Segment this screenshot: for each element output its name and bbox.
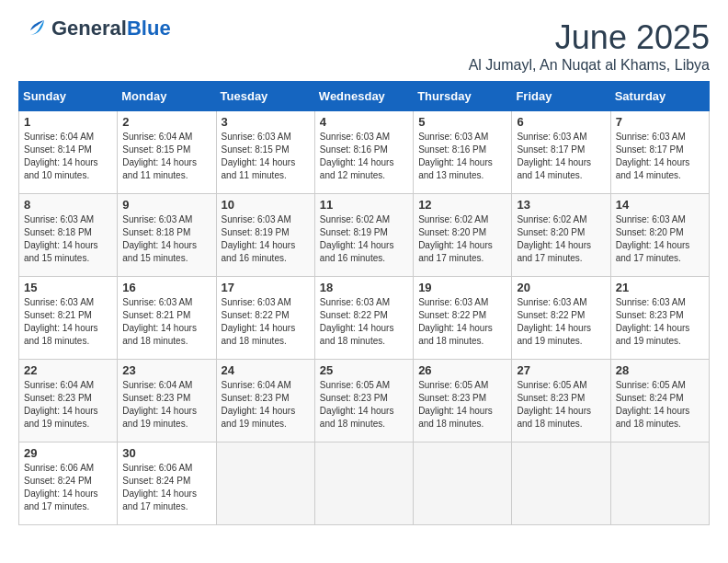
day-number: 17 [222,281,310,294]
day-number: 10 [222,198,310,212]
day-info: Sunrise: 6:02 AM Sunset: 8:20 PM Dayligh… [418,213,506,265]
table-row: 30 Sunrise: 6:06 AM Sunset: 8:24 PM Dayl… [118,442,216,525]
day-number: 18 [320,281,408,294]
table-row [314,442,413,525]
day-info: Sunrise: 6:04 AM Sunset: 8:15 PM Dayligh… [122,131,210,182]
day-info: Sunrise: 6:03 AM Sunset: 8:22 PM Dayligh… [320,296,408,348]
day-number: 8 [24,198,112,212]
day-number: 7 [616,115,704,129]
day-info: Sunrise: 6:03 AM Sunset: 8:18 PM Dayligh… [24,213,112,265]
table-row [512,442,610,525]
day-info: Sunrise: 6:03 AM Sunset: 8:22 PM Dayligh… [418,296,506,348]
col-wednesday: Wednesday [314,82,413,111]
day-info: Sunrise: 6:03 AM Sunset: 8:18 PM Dayligh… [122,213,210,265]
day-number: 6 [517,115,605,129]
table-row: 23 Sunrise: 6:04 AM Sunset: 8:23 PM Dayl… [118,360,216,442]
day-info: Sunrise: 6:03 AM Sunset: 8:20 PM Dayligh… [616,213,704,265]
table-row: 22 Sunrise: 6:04 AM Sunset: 8:23 PM Dayl… [19,360,118,442]
day-info: Sunrise: 6:05 AM Sunset: 8:23 PM Dayligh… [418,379,506,431]
day-info: Sunrise: 6:03 AM Sunset: 8:17 PM Dayligh… [517,131,605,182]
title-area: June 2025 Al Jumayl, An Nuqat al Khams, … [469,18,710,74]
calendar-week-row: 29 Sunrise: 6:06 AM Sunset: 8:24 PM Dayl… [19,442,710,525]
day-info: Sunrise: 6:06 AM Sunset: 8:24 PM Dayligh… [24,462,112,513]
calendar-week-row: 22 Sunrise: 6:04 AM Sunset: 8:23 PM Dayl… [19,360,710,442]
day-number: 19 [418,281,506,294]
day-number: 23 [122,363,210,377]
day-number: 27 [517,363,605,377]
col-tuesday: Tuesday [216,82,314,111]
day-info: Sunrise: 6:05 AM Sunset: 8:23 PM Dayligh… [320,379,408,431]
day-info: Sunrise: 6:03 AM Sunset: 8:16 PM Dayligh… [320,131,408,182]
table-row: 25 Sunrise: 6:05 AM Sunset: 8:23 PM Dayl… [314,360,413,442]
day-number: 20 [517,281,605,294]
col-saturday: Saturday [610,82,709,111]
day-number: 29 [24,446,112,460]
table-row: 13 Sunrise: 6:02 AM Sunset: 8:20 PM Dayl… [512,194,610,277]
day-number: 9 [122,198,210,212]
day-info: Sunrise: 6:03 AM Sunset: 8:17 PM Dayligh… [616,131,704,182]
day-number: 24 [222,363,310,377]
logo: GeneralBlue [18,18,171,39]
table-row: 18 Sunrise: 6:03 AM Sunset: 8:22 PM Dayl… [314,277,413,360]
day-number: 25 [320,363,408,377]
day-info: Sunrise: 6:04 AM Sunset: 8:14 PM Dayligh… [24,131,112,182]
day-info: Sunrise: 6:03 AM Sunset: 8:15 PM Dayligh… [222,131,310,182]
day-info: Sunrise: 6:05 AM Sunset: 8:23 PM Dayligh… [517,379,605,431]
calendar-week-row: 8 Sunrise: 6:03 AM Sunset: 8:18 PM Dayli… [19,194,710,277]
table-row: 10 Sunrise: 6:03 AM Sunset: 8:19 PM Dayl… [216,194,314,277]
table-row: 2 Sunrise: 6:04 AM Sunset: 8:15 PM Dayli… [118,111,216,194]
day-info: Sunrise: 6:04 AM Sunset: 8:23 PM Dayligh… [122,379,210,431]
table-row: 3 Sunrise: 6:03 AM Sunset: 8:15 PM Dayli… [216,111,314,194]
day-info: Sunrise: 6:03 AM Sunset: 8:16 PM Dayligh… [418,131,506,182]
location-title: Al Jumayl, An Nuqat al Khams, Libya [469,57,710,74]
day-info: Sunrise: 6:04 AM Sunset: 8:23 PM Dayligh… [24,379,112,431]
day-number: 1 [24,115,112,129]
page-header: GeneralBlue June 2025 Al Jumayl, An Nuqa… [18,18,710,74]
calendar-header-row: Sunday Monday Tuesday Wednesday Thursday… [19,82,710,111]
col-sunday: Sunday [19,82,118,111]
day-number: 26 [418,363,506,377]
month-title: June 2025 [469,18,710,57]
table-row: 16 Sunrise: 6:03 AM Sunset: 8:21 PM Dayl… [118,277,216,360]
day-number: 2 [122,115,210,129]
day-number: 15 [24,281,112,294]
day-info: Sunrise: 6:03 AM Sunset: 8:22 PM Dayligh… [517,296,605,348]
day-info: Sunrise: 6:02 AM Sunset: 8:20 PM Dayligh… [517,213,605,265]
table-row: 20 Sunrise: 6:03 AM Sunset: 8:22 PM Dayl… [512,277,610,360]
table-row: 8 Sunrise: 6:03 AM Sunset: 8:18 PM Dayli… [19,194,118,277]
col-thursday: Thursday [414,82,512,111]
table-row: 15 Sunrise: 6:03 AM Sunset: 8:21 PM Dayl… [19,277,118,360]
day-info: Sunrise: 6:03 AM Sunset: 8:19 PM Dayligh… [222,213,310,265]
day-info: Sunrise: 6:04 AM Sunset: 8:23 PM Dayligh… [222,379,310,431]
calendar-week-row: 15 Sunrise: 6:03 AM Sunset: 8:21 PM Dayl… [19,277,710,360]
table-row: 24 Sunrise: 6:04 AM Sunset: 8:23 PM Dayl… [216,360,314,442]
day-number: 14 [616,198,704,212]
table-row: 4 Sunrise: 6:03 AM Sunset: 8:16 PM Dayli… [314,111,413,194]
col-monday: Monday [118,82,216,111]
day-number: 16 [122,281,210,294]
day-info: Sunrise: 6:03 AM Sunset: 8:21 PM Dayligh… [24,296,112,348]
day-info: Sunrise: 6:03 AM Sunset: 8:22 PM Dayligh… [222,296,310,348]
table-row [216,442,314,525]
table-row: 14 Sunrise: 6:03 AM Sunset: 8:20 PM Dayl… [610,194,709,277]
day-number: 5 [418,115,506,129]
table-row: 27 Sunrise: 6:05 AM Sunset: 8:23 PM Dayl… [512,360,610,442]
day-number: 30 [122,446,210,460]
day-number: 12 [418,198,506,212]
table-row: 11 Sunrise: 6:02 AM Sunset: 8:19 PM Dayl… [314,194,413,277]
day-number: 28 [616,363,704,377]
day-number: 4 [320,115,408,129]
table-row: 6 Sunrise: 6:03 AM Sunset: 8:17 PM Dayli… [512,111,610,194]
day-info: Sunrise: 6:05 AM Sunset: 8:24 PM Dayligh… [616,379,704,431]
table-row: 12 Sunrise: 6:02 AM Sunset: 8:20 PM Dayl… [414,194,512,277]
table-row: 29 Sunrise: 6:06 AM Sunset: 8:24 PM Dayl… [19,442,118,525]
day-info: Sunrise: 6:03 AM Sunset: 8:23 PM Dayligh… [616,296,704,348]
table-row: 1 Sunrise: 6:04 AM Sunset: 8:14 PM Dayli… [19,111,118,194]
logo-bird-icon [18,18,48,39]
table-row [414,442,512,525]
table-row: 28 Sunrise: 6:05 AM Sunset: 8:24 PM Dayl… [610,360,709,442]
logo-text: GeneralBlue [51,17,171,40]
day-number: 13 [517,198,605,212]
table-row: 21 Sunrise: 6:03 AM Sunset: 8:23 PM Dayl… [610,277,709,360]
day-info: Sunrise: 6:03 AM Sunset: 8:21 PM Dayligh… [122,296,210,348]
